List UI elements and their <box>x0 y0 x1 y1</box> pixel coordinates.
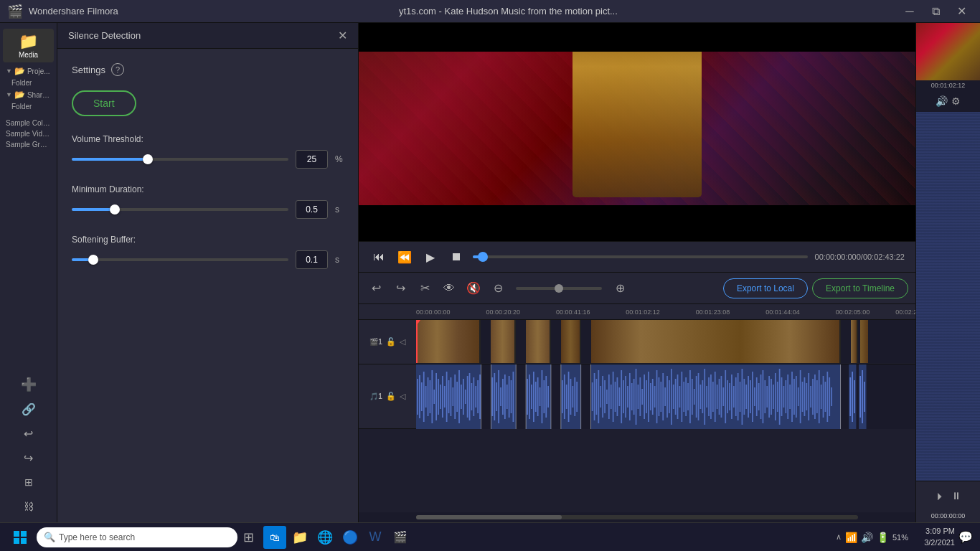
sidebar-undo-button[interactable]: ↩ <box>19 423 39 443</box>
video-track-content[interactable] <box>416 320 915 363</box>
svg-rect-99 <box>652 379 654 415</box>
right-preview-volume-icon[interactable]: 🔊 <box>936 95 948 107</box>
filmora-icon: 🎬 <box>393 530 407 544</box>
notification-icon[interactable]: 💬 <box>958 530 973 544</box>
sidebar-link2-button[interactable]: ⛓ <box>19 496 39 517</box>
tree-item-project[interactable]: ▼ 📂 Proje... <box>3 65 54 77</box>
tray-chevron-icon[interactable]: ∧ <box>836 532 842 542</box>
svg-rect-83 <box>618 387 620 406</box>
zoom-in-button[interactable]: ⊕ <box>610 278 630 298</box>
svg-rect-13 <box>442 376 443 418</box>
right-time-top: 00:00:00:00 <box>919 512 977 519</box>
zoom-out-button[interactable]: ⊖ <box>488 278 508 298</box>
taskbar-app-word[interactable]: W <box>364 526 387 549</box>
go-to-start-button[interactable]: ⏮ <box>369 248 388 266</box>
video-clip-7[interactable] <box>860 320 867 363</box>
min-duration-row: 0.5 s <box>72 200 344 219</box>
redo-button[interactable]: ↪ <box>390 278 410 298</box>
min-duration-thumb[interactable] <box>110 204 120 215</box>
right-panel-pause-icon[interactable]: ⏸ <box>951 490 961 501</box>
video-clip-6[interactable] <box>851 320 858 363</box>
sample-green-item[interactable]: Sample Gree... <box>3 139 54 150</box>
audio-collapse-icon[interactable]: ◁ <box>400 392 405 401</box>
svg-rect-176 <box>812 379 814 415</box>
svg-rect-60 <box>562 380 563 413</box>
tree-item-shared[interactable]: ▼ 📂 Share... <box>3 88 54 101</box>
progress-thumb[interactable] <box>478 252 488 262</box>
taskbar-app-chrome2[interactable]: 🔵 <box>339 526 362 549</box>
step-back-button[interactable]: ⏪ <box>395 248 414 266</box>
help-icon[interactable]: ? <box>111 63 124 76</box>
taskview-icon[interactable]: ⊞ <box>243 529 254 545</box>
start-button[interactable]: Start <box>72 90 136 116</box>
taskbar-app-chrome[interactable]: 🌐 <box>314 526 336 549</box>
taskbar-app-store[interactable]: 🛍 <box>263 526 286 549</box>
min-duration-slider[interactable] <box>72 208 288 211</box>
play-button[interactable]: ▶ <box>421 248 440 266</box>
tray-battery-icon[interactable]: 🔋 <box>877 532 889 543</box>
right-panel-play-icon[interactable]: ⏵ <box>936 490 946 501</box>
stop-button[interactable]: ⏹ <box>447 248 466 266</box>
video-gap-1 <box>481 320 491 363</box>
softening-unit: s <box>335 255 344 265</box>
video-clip-5[interactable] <box>591 320 841 363</box>
right-preview-settings-icon[interactable]: ⚙ <box>951 95 961 107</box>
close-button[interactable]: ✕ <box>950 1 973 22</box>
tray-network-icon[interactable]: 📶 <box>845 532 857 543</box>
export-local-button[interactable]: Export to Local <box>723 278 808 298</box>
sidebar-redo-button[interactable]: ↪ <box>19 448 39 468</box>
ruler-mark-0: 00:00:00:00 <box>416 309 451 316</box>
video-clip-2[interactable] <box>491 320 516 363</box>
taskbar-clock[interactable]: 3:09 PM 3/2/2021 <box>912 526 955 548</box>
tree-sub-shared[interactable]: Folder <box>3 101 54 112</box>
video-lock-icon[interactable]: 🔓 <box>386 337 396 347</box>
video-clip-4[interactable] <box>561 320 581 363</box>
svg-rect-27 <box>471 383 473 410</box>
add-media-button[interactable]: ➕ <box>19 375 39 395</box>
svg-rect-94 <box>641 389 643 405</box>
tree-sub-folder[interactable]: Folder <box>3 77 54 88</box>
audio-track-content[interactable] <box>416 364 915 429</box>
video-clip-3[interactable] <box>526 320 551 363</box>
tray-volume-icon[interactable]: 🔊 <box>861 532 873 543</box>
video-clip-1[interactable] <box>416 320 481 363</box>
svg-rect-36 <box>496 382 497 411</box>
volume-thumb[interactable] <box>143 154 153 164</box>
video-gap-2 <box>516 320 526 363</box>
right-preview-time-display: 00:01:02:12 <box>916 80 980 90</box>
progress-bar[interactable] <box>473 255 808 258</box>
sample-video-item[interactable]: Sample Vide... <box>3 128 54 139</box>
taskbar-search-box[interactable]: 🔍 Type here to search <box>37 527 237 547</box>
scrollbar-thumb[interactable] <box>416 515 562 519</box>
softening-buffer-slider[interactable] <box>72 258 288 261</box>
sidebar-overlay-button[interactable]: ⊞ <box>19 472 39 492</box>
audio-lock-icon[interactable]: 🔓 <box>386 392 396 401</box>
start-button[interactable] <box>7 524 33 550</box>
cut-button[interactable]: ✂ <box>415 278 435 298</box>
scrollbar-track[interactable] <box>416 515 858 519</box>
media-button[interactable]: 📁 Media <box>3 29 54 62</box>
restore-button[interactable]: ⧉ <box>924 1 947 22</box>
mute-button[interactable]: 🔇 <box>463 278 484 298</box>
volume-threshold-slider[interactable] <box>72 158 288 161</box>
eye-button[interactable]: 👁 <box>439 278 459 298</box>
letterbox-bottom <box>359 205 915 241</box>
settings-label: Settings <box>72 65 105 75</box>
svg-rect-146 <box>750 380 751 413</box>
video-collapse-icon[interactable]: ◁ <box>400 337 405 347</box>
panel-close-button[interactable]: ✕ <box>338 29 347 42</box>
undo-button[interactable]: ↩ <box>366 278 386 298</box>
sample-color-item[interactable]: Sample Colo... <box>3 118 54 128</box>
sidebar-link-button[interactable]: 🔗 <box>19 399 39 419</box>
softening-thumb[interactable] <box>88 255 98 265</box>
ruler-mark-3: 00:01:02:12 <box>626 309 660 316</box>
taskbar-app-explorer[interactable]: 📁 <box>288 526 311 549</box>
minimize-button[interactable]: ─ <box>898 1 921 22</box>
zoom-slider[interactable] <box>516 287 602 290</box>
svg-rect-158 <box>775 373 776 420</box>
svg-rect-109 <box>673 385 674 409</box>
export-timeline-button[interactable]: Export to Timeline <box>812 278 908 298</box>
window-title: yt1s.com - Kate Hudson Music from the mo… <box>399 6 618 17</box>
taskbar-app-filmora[interactable]: 🎬 <box>389 526 412 549</box>
zoom-thumb[interactable] <box>555 284 563 293</box>
